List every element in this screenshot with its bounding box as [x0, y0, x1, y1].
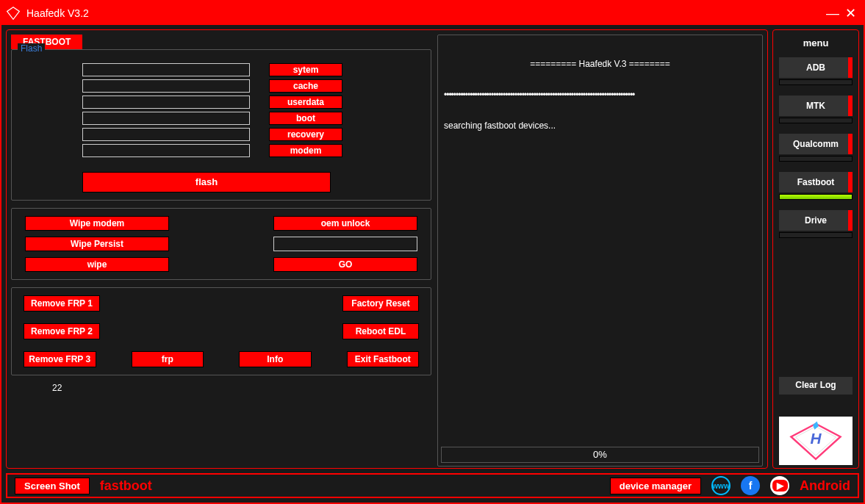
flash-btn-cache[interactable]: cache [269, 79, 342, 93]
progress-bar: 0% [441, 447, 759, 463]
flash-input-system[interactable] [82, 63, 250, 76]
log-output: ========= Haafedk V.3 ======== •••••••••… [438, 35, 762, 444]
sidebar-fastboot-button[interactable]: Fastboot [779, 172, 853, 192]
close-button[interactable]: ✕ [841, 5, 859, 21]
flash-panel: Flash sytem cache userdata boot recovery… [11, 49, 431, 201]
svg-text:H: H [810, 430, 822, 447]
remove-frp3-button[interactable]: Remove FRP 3 [24, 351, 96, 367]
mode-label: fastboot [100, 478, 152, 494]
clear-log-button[interactable]: Clear Log [779, 377, 853, 395]
wipe-panel: Wipe modem Wipe Persist wipe oem unlock … [11, 208, 431, 280]
oem-unlock-button[interactable]: oem unlock [273, 216, 417, 231]
diamond-icon: H [786, 420, 845, 461]
flash-btn-system[interactable]: sytem [269, 63, 342, 76]
app-window: Haafedk V3.2 — ✕ FASTBOOT Flash sytem ca… [0, 0, 865, 504]
flash-button[interactable]: flash [82, 172, 331, 192]
remove-frp2-button[interactable]: Remove FRP 2 [24, 323, 100, 339]
flash-input-cache[interactable] [82, 79, 250, 93]
sidebar-qualcomm-button[interactable]: Qualcomm [779, 134, 853, 154]
mtk-indicator [779, 118, 853, 123]
left-panels: FASTBOOT Flash sytem cache userdata boot… [11, 35, 431, 467]
app-logo-icon [6, 6, 21, 21]
flash-input-modem[interactable] [82, 144, 250, 157]
qualcomm-indicator [779, 156, 853, 162]
platform-label: Android [800, 478, 850, 494]
flash-btn-recovery[interactable]: recovery [269, 128, 342, 141]
factory-reset-button[interactable]: Factory Reset [342, 295, 419, 312]
flash-btn-userdata[interactable]: userdata [269, 96, 342, 109]
reboot-edl-button[interactable]: Reboot EDL [342, 323, 419, 339]
wipe-persist-button[interactable]: Wipe Persist [25, 237, 169, 251]
device-manager-button[interactable]: device manager [610, 478, 701, 494]
titlebar: Haafedk V3.2 — ✕ [1, 1, 864, 25]
log-header: ========= Haafedk V.3 ======== [444, 59, 756, 69]
globe-icon[interactable]: www [711, 476, 731, 495]
flash-legend: Flash [18, 43, 45, 54]
wipe-modem-button[interactable]: Wipe modem [25, 216, 169, 231]
body: FASTBOOT Flash sytem cache userdata boot… [1, 25, 864, 473]
flash-input-boot[interactable] [82, 112, 250, 125]
youtube-icon[interactable]: ▶ [770, 476, 789, 495]
app-title: Haafedk V3.2 [26, 7, 824, 19]
flash-btn-modem[interactable]: modem [269, 144, 342, 157]
frp-panel: Remove FRP 1 Factory Reset Remove FRP 2 … [11, 287, 431, 375]
drive-indicator [779, 232, 853, 238]
sidebar: menu ADB MTK Qualcomm Fastboot Drive Cle… [772, 29, 859, 469]
main-top: FASTBOOT Flash sytem cache userdata boot… [11, 35, 763, 467]
brand-logo: H [779, 417, 853, 465]
remove-frp1-button[interactable]: Remove FRP 1 [24, 295, 100, 312]
footer: Screen Shot fastboot device manager www … [6, 473, 859, 498]
go-button[interactable]: GO [273, 257, 417, 272]
wipe-button[interactable]: wipe [25, 257, 169, 272]
counter-label: 22 [52, 383, 431, 393]
sidebar-adb-button[interactable]: ADB [779, 57, 853, 78]
facebook-icon[interactable]: f [741, 476, 760, 495]
sidebar-drive-button[interactable]: Drive [779, 210, 853, 231]
flash-input-recovery[interactable] [82, 128, 250, 141]
adb-indicator [779, 79, 853, 85]
oem-input[interactable] [273, 237, 417, 251]
main-column: FASTBOOT Flash sytem cache userdata boot… [6, 29, 768, 469]
sidebar-mtk-button[interactable]: MTK [779, 96, 853, 116]
minimize-button[interactable]: — [824, 6, 841, 21]
log-separator: ••••••••••••••••••••••••••••••••••••••••… [444, 90, 756, 100]
log-panel: ========= Haafedk V.3 ======== •••••••••… [437, 35, 763, 467]
flash-input-userdata[interactable] [82, 96, 250, 109]
frp-button[interactable]: frp [132, 351, 204, 367]
exit-fastboot-button[interactable]: Exit Fastboot [347, 351, 420, 367]
log-line: searching fastboot devices... [444, 120, 756, 131]
flash-btn-boot[interactable]: boot [269, 112, 342, 125]
fastboot-indicator [779, 194, 853, 200]
screenshot-button[interactable]: Screen Shot [15, 478, 90, 494]
menu-label: menu [803, 37, 829, 48]
info-button[interactable]: Info [239, 351, 312, 367]
